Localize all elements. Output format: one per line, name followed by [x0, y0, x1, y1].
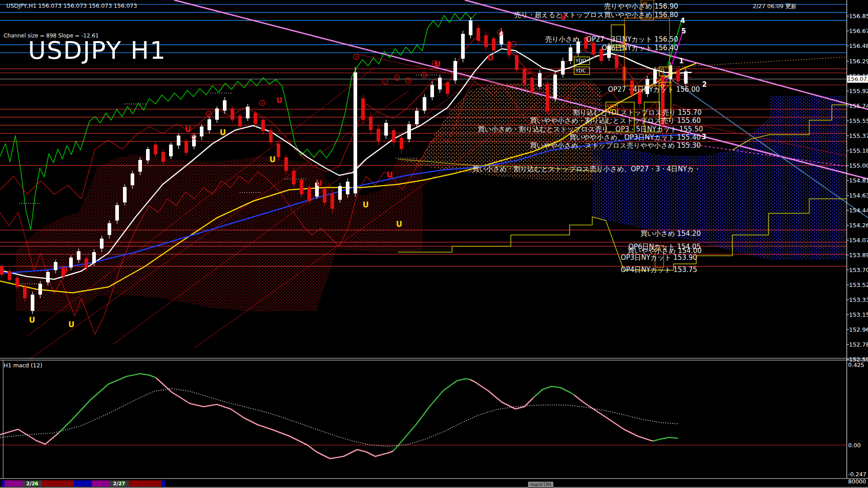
candlestick: [192, 136, 196, 146]
session-segment: [129, 480, 161, 487]
u-marker-icon: U: [487, 53, 494, 62]
candlestick: [469, 20, 472, 35]
candlestick: [108, 223, 111, 235]
wave-number-label: 2: [702, 80, 707, 89]
u-marker-icon: U: [220, 128, 226, 137]
candlestick: [361, 99, 365, 120]
price-annotation: 売りやや小さめ 156.90: [604, 2, 678, 11]
marker-box-label: YDO: [576, 58, 586, 64]
candlestick: [146, 149, 150, 160]
price-axis-label: 155.740: [849, 103, 868, 109]
candlestick: [369, 117, 373, 130]
signal-dot: [396, 77, 398, 79]
session-segment: [1, 480, 5, 487]
u-marker-icon: U: [434, 60, 441, 69]
candlestick: [438, 78, 442, 89]
macd-axis-label: -0.247: [848, 471, 866, 478]
session-segment: [74, 480, 92, 487]
signal-dot: [385, 81, 386, 82]
macd-label: H1 macd (12): [4, 362, 42, 369]
session-segment: [161, 480, 166, 487]
candlestick: [392, 130, 396, 142]
u-marker-icon: U: [316, 179, 322, 188]
candlestick: [261, 120, 265, 131]
session-date-label: 2/27: [113, 481, 125, 487]
u-marker-icon: U: [560, 13, 566, 22]
macd-line: [574, 395, 653, 441]
price-axis-label: 156.110: [849, 73, 868, 80]
candlestick: [284, 157, 288, 171]
candlestick: [592, 43, 595, 54]
price-axis-label: 153.520: [849, 282, 868, 288]
candlestick: [546, 84, 549, 111]
u-marker-icon: U: [363, 200, 369, 209]
signal-dot: [208, 113, 210, 115]
marker-box-label: D: [660, 83, 664, 89]
price-annotation: 売り・超えるとストップロス買いやや小さめ 156.80: [514, 11, 678, 19]
price-annotation-ydl: 割り込むとYDLストップロス売り 155.70: [573, 108, 702, 117]
price-annotation: 買いやや小さめ、OP3日NYカット 155.40: [569, 133, 701, 142]
candlestick: [323, 189, 326, 202]
candlestick: [138, 160, 142, 172]
u-marker-icon: U: [269, 155, 276, 164]
signal-dot: [424, 75, 425, 76]
session-date-label: 2/26: [26, 481, 38, 487]
candlestick: [684, 71, 688, 84]
candlestick: [446, 82, 449, 94]
session-bar: [0, 479, 868, 488]
u-marker-icon: U: [276, 96, 283, 105]
price-axis-label: 156.855: [849, 13, 868, 19]
candlestick: [676, 70, 680, 81]
macd-axis-label: 80000: [848, 478, 866, 485]
signal-dot: [356, 56, 357, 58]
price-annotation: OP27・4日NYカット 156.00: [608, 85, 700, 94]
macd-axis-label: 0.00: [848, 442, 861, 449]
candlestick: [423, 97, 426, 111]
candlestick: [200, 127, 203, 136]
candlestick: [246, 107, 250, 118]
price-annotation: OP4日NYカット 153.75: [621, 266, 697, 274]
price-axis-label: 155.370: [849, 132, 868, 139]
wave-number-label: 4: [680, 17, 685, 25]
candlestick: [377, 129, 380, 141]
u-marker-icon: U: [396, 220, 402, 229]
marker-box-label: W: [642, 1, 647, 7]
signal-dot: [193, 136, 194, 137]
candlestick: [0, 267, 4, 275]
price-annotation: 買いやや小さめ・割り込むとストップロス売り 155.60: [530, 117, 701, 125]
macd-line: [59, 374, 156, 433]
wave-number-label: 1: [679, 57, 684, 65]
price-axis-label: 153.705: [849, 267, 868, 273]
macd-panel: [0, 374, 847, 459]
candlestick: [238, 116, 242, 127]
price-annotation: 買い小さめ・割り込むとストップロス売り、OP3・5日NYカット 155.50: [478, 125, 703, 134]
price-axis-label: 156.485: [849, 42, 868, 49]
price-axis-label: 155.185: [849, 147, 868, 154]
candlestick: [77, 251, 80, 260]
u-marker-icon: U: [185, 125, 191, 134]
u-marker-icon: U: [387, 170, 393, 179]
macd-line: [533, 386, 574, 398]
candlestick: [177, 136, 180, 145]
candlestick: [131, 174, 134, 185]
candlestick: [85, 258, 88, 268]
annotation-part: 割り込むと: [573, 108, 607, 117]
ydh-label: YDH: [612, 43, 623, 49]
signal-dot: [528, 71, 529, 72]
price-annotation: 買い小さめ・割り込むとストップロス売り小さめ、OP27・3・4日NYカ・: [472, 165, 701, 174]
signal-dot: [659, 80, 660, 81]
candlestick: [23, 287, 27, 298]
u-marker-icon: U: [29, 315, 35, 324]
candlestick: [461, 34, 465, 59]
price-annotation: 買い小さめ 154.20: [641, 230, 701, 238]
macd-line: [653, 437, 678, 441]
annotation-part: ストップロス売り 155.70: [620, 108, 702, 117]
candlestick: [254, 113, 257, 124]
price-annotation: 買いやや小さめ、ストップロス売りやや小さめ 155.30: [530, 141, 701, 150]
wave-number-label: 3: [702, 133, 706, 141]
signal-dot: [262, 103, 263, 104]
macd-toggle-button[interactable]: macd ON: [528, 482, 553, 488]
candlestick: [338, 186, 342, 200]
candlestick: [69, 258, 73, 267]
candlestick: [538, 73, 542, 87]
